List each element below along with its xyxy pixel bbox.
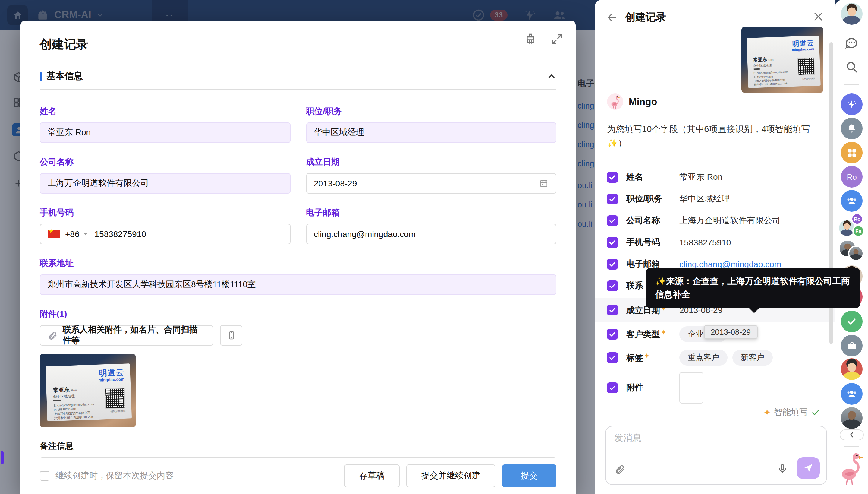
approval-check-icon[interactable]	[841, 311, 863, 332]
checkbox-checked[interactable]	[607, 382, 618, 393]
field-label: 成立日期	[306, 157, 556, 168]
attachment-actions: 联系人相关附件，如名片、合同扫描件等	[40, 325, 556, 346]
qr-code	[797, 57, 815, 75]
submit-and-continue-button[interactable]: 提交并继续创建	[406, 464, 495, 487]
field-mobile: 手机号码 ★ +86 15838275910	[40, 208, 290, 244]
keep-content-checkbox[interactable]	[40, 471, 50, 481]
field-founded-date: 成立日期 2013-08-29	[306, 157, 556, 194]
mascot-flamingo[interactable]	[839, 451, 865, 486]
submit-button[interactable]: 提交	[502, 464, 556, 487]
checkbox-checked[interactable]	[607, 215, 618, 226]
badge-ro: Ro	[851, 213, 863, 225]
save-draft-button[interactable]: 存草稿	[344, 464, 400, 487]
contacts-group-icon[interactable]	[841, 383, 863, 405]
field-label: 公司名称	[40, 157, 290, 168]
expand-icon[interactable]	[550, 33, 564, 46]
work-briefcase-icon[interactable]	[841, 335, 863, 357]
field-row: 职位/职务 华中区域经理	[607, 188, 823, 210]
field-email: 电子邮箱 cling.chang@mingdao.com	[306, 208, 556, 244]
address-input[interactable]: 郑州市高新技术开发区大学科技园东区8号楼11楼1110室	[40, 274, 556, 295]
mingo-avatar	[607, 94, 623, 110]
checkbox-checked[interactable]	[607, 281, 618, 291]
field-name: 姓名 常亚东 Ron	[40, 106, 290, 143]
avatar-photo[interactable]	[841, 407, 863, 429]
china-flag-icon: ★	[47, 230, 60, 238]
message-composer	[605, 426, 827, 485]
record-form: 姓名 常亚东 Ron 职位/职务 华中区域经理 公司名称 上海万企明道软件有限公…	[20, 92, 576, 494]
clear-form-icon[interactable]	[524, 33, 537, 46]
microphone-icon[interactable]	[777, 463, 788, 476]
name-input[interactable]: 常亚东 Ron	[40, 122, 290, 143]
ai-assistant-icon[interactable]	[841, 94, 863, 115]
phone-icon	[226, 330, 236, 340]
keep-content-option[interactable]: 继续创建时，保留本次提交内容	[40, 471, 338, 481]
smart-fill-status: ✦ 智能填写	[763, 407, 821, 418]
collapse-dock-button[interactable]	[840, 430, 864, 440]
checkbox-checked[interactable]	[607, 329, 618, 340]
attachment-thumbnail[interactable]	[679, 372, 704, 403]
checkbox-checked[interactable]	[607, 194, 618, 205]
dock-scroll-indicator	[1, 451, 4, 464]
chat-icon[interactable]	[841, 32, 863, 54]
fill-summary: 为您填写10个字段（其中6项直接识别，4项智能填写✨）	[607, 122, 824, 151]
modal-toolbar	[524, 33, 564, 46]
qr-code	[104, 388, 125, 408]
upload-attachment-button[interactable]: 联系人相关附件，如名片、合同扫描件等	[40, 325, 213, 346]
company-input[interactable]: 上海万企明道软件有限公司	[40, 173, 290, 194]
field-company: 公司名称 上海万企明道软件有限公司	[40, 157, 290, 194]
section-title: 基本信息	[46, 71, 547, 82]
mobile-input[interactable]: ★ +86 15838275910	[40, 224, 290, 244]
calendar-icon[interactable]	[539, 178, 549, 188]
field-attachments: 附件(1) 联系人相关附件，如名片、合同扫描件等 明道云mingdao.com	[40, 309, 556, 427]
checkbox-checked[interactable]	[607, 352, 618, 363]
date-value-tooltip: 2013-08-29	[704, 325, 757, 339]
back-icon[interactable]	[606, 12, 618, 26]
attachment-business-card-photo[interactable]: 明道云mingdao.com 常亚东Ron 华中区域经理 E: cling.ch…	[40, 354, 136, 427]
badge-fa: Fa	[852, 225, 864, 237]
section-divider	[40, 89, 556, 90]
field-label: 手机号码	[40, 208, 290, 218]
checkbox-checked[interactable]	[607, 259, 618, 270]
uploaded-business-card-photo[interactable]: 明道云mingdao.com 常亚东Ron 华中区域经理 E: cling.ch…	[742, 26, 823, 93]
avatar-cluster[interactable]: Ro Fa	[839, 213, 864, 237]
send-button[interactable]	[797, 457, 820, 479]
modal-title: 创建记录	[20, 20, 576, 53]
contacts-group-icon[interactable]	[841, 190, 863, 212]
tag: 新客户	[732, 350, 773, 365]
create-record-modal: 创建记录 基本信息 姓名 常亚东 Ron 职位/职务 华中区域经理 公司名称	[20, 20, 576, 494]
modal-footer: 继续创建时，保留本次提交内容 存草稿 提交并继续创建 提交	[20, 458, 576, 494]
avatar-pair[interactable]	[840, 240, 864, 261]
mobile-upload-button[interactable]	[220, 325, 242, 346]
email-input[interactable]: cling.chang@mingdao.com	[306, 224, 556, 244]
chevron-left-icon	[848, 431, 855, 438]
field-label: 联系地址	[40, 258, 556, 269]
avatar-boy[interactable]	[841, 358, 863, 380]
smart-sparkle-icon: ✦	[660, 328, 667, 337]
caret-down-icon[interactable]	[83, 231, 88, 237]
screen: CRM-AI ·· 33	[0, 0, 868, 494]
field-label: 电子邮箱	[306, 208, 556, 218]
user-avatar[interactable]	[841, 3, 863, 25]
attach-file-icon[interactable]	[614, 464, 625, 477]
message-input[interactable]	[614, 433, 818, 457]
section-header: 基本信息	[40, 71, 556, 82]
close-icon[interactable]	[812, 11, 824, 25]
checkbox-checked[interactable]	[607, 172, 618, 183]
avatar-ro[interactable]: Ro	[841, 166, 863, 188]
field-label: 附件(1)	[40, 309, 556, 320]
chevron-up-icon[interactable]	[547, 72, 556, 81]
field-row: 姓名 常亚东 Ron	[607, 167, 823, 188]
position-input[interactable]: 华中区域经理	[306, 122, 556, 143]
apps-grid-icon[interactable]	[841, 142, 863, 164]
dock-divider	[845, 84, 859, 85]
checkbox-checked[interactable]	[607, 305, 618, 316]
send-icon	[803, 463, 814, 474]
founded-date-input[interactable]: 2013-08-29	[306, 173, 556, 194]
section-accent-bar	[40, 72, 42, 81]
checkbox-checked[interactable]	[607, 237, 618, 248]
country-code[interactable]: +86	[65, 229, 80, 239]
field-row: 手机号码 15838275910	[607, 232, 823, 253]
field-row: 公司名称 上海万企明道软件有限公司	[607, 210, 823, 232]
search-icon[interactable]	[841, 56, 863, 78]
notifications-bell-icon[interactable]	[841, 118, 863, 139]
